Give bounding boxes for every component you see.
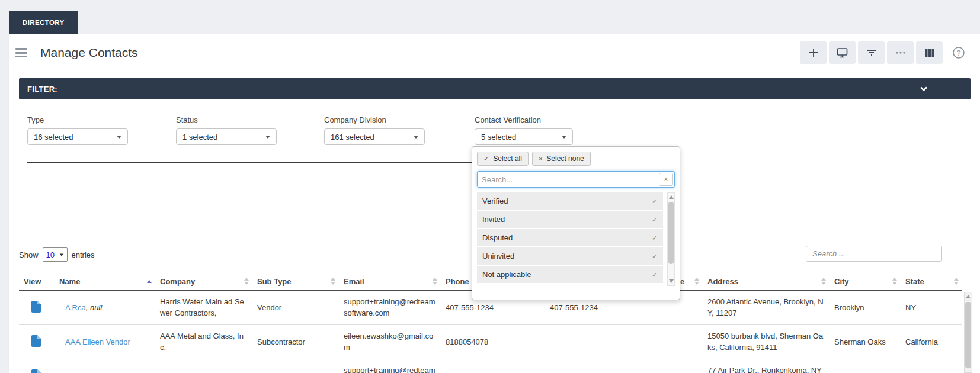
dropdown-options: Verified ✓ Invited ✓ Disputed ✓ Uninvite… bbox=[477, 192, 663, 283]
tab-directory[interactable]: DIRECTORY bbox=[9, 11, 78, 34]
chevron-down-icon bbox=[265, 136, 270, 139]
table-row: AAA Eileen VendorAAA Metal and Glass, In… bbox=[19, 325, 962, 359]
filter-field-select[interactable]: 1 selected bbox=[176, 128, 277, 145]
cell-phone2: 407-555-1234 bbox=[545, 300, 649, 316]
cell-phone2 bbox=[545, 339, 649, 346]
clear-search-button[interactable]: × bbox=[659, 173, 673, 186]
page: { "tab": { "label": "DIRECTORY" }, "head… bbox=[0, 0, 980, 373]
filter-field-select[interactable]: 161 selected bbox=[324, 128, 425, 145]
sort-icon bbox=[244, 278, 249, 285]
dropdown-option[interactable]: Disputed ✓ bbox=[477, 229, 663, 246]
table-row: support+training@redteams77 Air Park Dr.… bbox=[19, 359, 962, 373]
filter-select-value: 161 selected bbox=[331, 133, 374, 142]
more-options-button[interactable] bbox=[887, 41, 914, 64]
sort-asc-icon bbox=[147, 280, 152, 283]
columns-button[interactable] bbox=[916, 41, 943, 64]
cell-company: Harris Water Main ad Sewer Contractors, bbox=[155, 293, 252, 323]
cell-phone: 407-555-1234 bbox=[441, 300, 545, 316]
dropdown-search-input[interactable] bbox=[477, 171, 675, 188]
cell-mobile bbox=[649, 339, 703, 346]
cell-state: California bbox=[901, 334, 962, 350]
view-contact-button[interactable] bbox=[31, 335, 41, 349]
column-header-address[interactable]: Address bbox=[703, 273, 830, 290]
add-button[interactable] bbox=[800, 41, 827, 64]
cell-city: Brooklyn bbox=[830, 300, 901, 316]
svg-text:?: ? bbox=[956, 49, 960, 57]
table-scrollbar[interactable] bbox=[964, 292, 972, 373]
cell-email: support+training@redteamsoftware.com bbox=[339, 293, 441, 323]
select-all-label: Select all bbox=[493, 155, 522, 163]
help-button[interactable]: ? bbox=[945, 41, 972, 64]
chevron-down-icon bbox=[562, 136, 566, 139]
page-title: Manage Contacts bbox=[40, 46, 138, 60]
cell-phone: 8188054078 bbox=[441, 334, 545, 350]
dropdown-options-list: Verified ✓ Invited ✓ Disputed ✓ Uninvite… bbox=[477, 192, 675, 286]
display-button[interactable] bbox=[829, 41, 856, 64]
cell-view bbox=[19, 297, 55, 318]
filter-field-label: Type bbox=[27, 115, 128, 124]
view-contact-button[interactable] bbox=[31, 301, 41, 314]
page-size-value: 10 bbox=[46, 250, 55, 259]
dropdown-option[interactable]: Invited ✓ bbox=[477, 211, 663, 228]
cross-icon: × bbox=[664, 176, 668, 183]
check-icon: ✓ bbox=[652, 197, 658, 205]
contact-verification-dropdown: ✓ Select all × Select none × Verified ✓ … bbox=[472, 146, 680, 300]
sort-icon bbox=[954, 278, 959, 285]
cell-subtype: Subcontractor bbox=[252, 334, 339, 350]
column-header-state[interactable]: State bbox=[901, 273, 962, 290]
scrollbar-thumb[interactable] bbox=[965, 302, 971, 368]
filter-field-label: Status bbox=[176, 115, 277, 124]
dropdown-option[interactable]: Verified ✓ bbox=[477, 192, 663, 210]
chevron-down-icon bbox=[117, 136, 121, 139]
contact-name-suffix: , null bbox=[86, 303, 102, 312]
column-header-subtype[interactable]: Sub Type bbox=[252, 273, 339, 290]
filter-select-value: 16 selected bbox=[34, 133, 73, 142]
column-header-company[interactable]: Company bbox=[155, 273, 252, 290]
contact-name-link[interactable]: A Rca bbox=[65, 303, 86, 312]
select-none-button[interactable]: × Select none bbox=[532, 152, 591, 166]
cell-address: 2600 Atlantic Avenue, Brooklyn, NY, 1120… bbox=[703, 293, 830, 323]
filter-field-select[interactable]: 5 selected bbox=[475, 128, 573, 145]
filter-field: Status 1 selected bbox=[176, 115, 277, 145]
filter-field-label: Contact Verification bbox=[475, 115, 573, 124]
dropdown-option[interactable]: Uninvited ✓ bbox=[477, 247, 663, 265]
dropdown-scrollbar[interactable] bbox=[667, 192, 675, 286]
chevron-down-icon[interactable] bbox=[920, 85, 928, 95]
cell-email: eileen.ewashko@gmail.com bbox=[339, 327, 441, 357]
cell-subtype: Vendor bbox=[252, 300, 339, 316]
column-label: Sub Type bbox=[257, 277, 292, 286]
entries-label: entries bbox=[72, 250, 95, 259]
dropdown-search: × bbox=[477, 171, 675, 188]
cell-name: A Rca, null bbox=[55, 300, 155, 316]
table-search-input[interactable] bbox=[806, 246, 942, 262]
filter-button[interactable] bbox=[858, 41, 885, 64]
sort-icon bbox=[694, 278, 699, 285]
dropdown-option-label: Disputed bbox=[482, 233, 513, 242]
column-label: View bbox=[24, 277, 41, 286]
column-header-city[interactable]: City bbox=[830, 273, 901, 290]
dropdown-actions: ✓ Select all × Select none bbox=[477, 152, 675, 166]
chevron-down-icon bbox=[59, 253, 63, 256]
filter-section-header[interactable]: FILTER: bbox=[19, 78, 971, 99]
contact-name-link[interactable]: AAA Eileen Vendor bbox=[65, 337, 130, 346]
column-label: Name bbox=[59, 277, 80, 286]
plus-icon bbox=[808, 47, 819, 59]
filter-select-value: 5 selected bbox=[481, 133, 516, 142]
page-size-select[interactable]: 10 bbox=[43, 247, 68, 262]
filter-field-select[interactable]: 16 selected bbox=[27, 128, 128, 145]
scroll-up-icon[interactable] bbox=[669, 195, 674, 199]
hamburger-menu-icon[interactable] bbox=[15, 48, 27, 57]
scroll-down-icon[interactable] bbox=[669, 279, 674, 283]
column-header-email[interactable]: Email bbox=[339, 273, 441, 290]
dropdown-option[interactable]: Not applicable ✓ bbox=[477, 266, 663, 283]
scroll-up-icon[interactable] bbox=[966, 295, 971, 298]
column-header-name[interactable]: Name bbox=[55, 273, 155, 290]
dropdown-option-label: Verified bbox=[482, 197, 508, 205]
sort-icon bbox=[331, 278, 335, 285]
view-contact-button[interactable] bbox=[31, 369, 41, 373]
column-label: State bbox=[905, 277, 924, 286]
filter-field: Company Division 161 selected bbox=[324, 115, 425, 145]
select-all-button[interactable]: ✓ Select all bbox=[477, 152, 529, 166]
scrollbar-thumb[interactable] bbox=[668, 202, 674, 264]
cell-address: 77 Air Park Dr., Ronkonkoma, NY 11 bbox=[703, 362, 830, 373]
